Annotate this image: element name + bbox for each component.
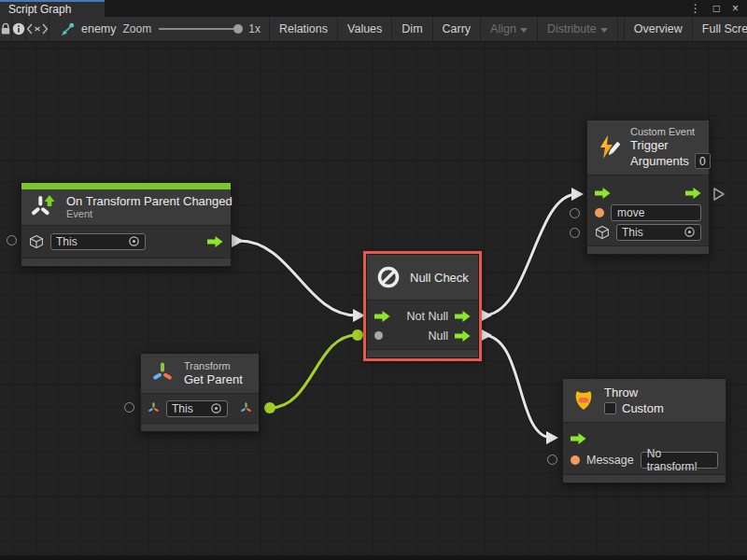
info-button[interactable] xyxy=(12,17,26,41)
node-title: Throw xyxy=(604,385,664,399)
window-bottom-edge xyxy=(0,555,747,560)
node-title: On Transform Parent Changed xyxy=(66,194,233,208)
object-picker-icon[interactable] xyxy=(684,226,696,238)
window-maximize-icon[interactable]: □ xyxy=(713,3,720,14)
object-picker-icon[interactable] xyxy=(210,402,222,414)
node-footer xyxy=(21,258,231,266)
wire-start-dot xyxy=(264,402,275,413)
event-name-value: move xyxy=(617,206,644,219)
wire-end-arrow xyxy=(571,188,584,201)
value-input-port[interactable] xyxy=(570,208,580,218)
graph-canvas[interactable]: On Transform Parent Changed Event This xyxy=(0,42,747,560)
message-field[interactable]: No transform! xyxy=(641,452,718,469)
node-footer xyxy=(563,474,726,483)
zoom-slider-track[interactable] xyxy=(159,28,241,30)
event-name-field[interactable]: move xyxy=(611,204,701,221)
null-label: Null xyxy=(428,329,448,343)
node-title: Trigger xyxy=(630,138,711,152)
object-picker-icon[interactable] xyxy=(128,235,140,247)
zoom-value: 1x xyxy=(248,22,261,35)
window-close-icon[interactable]: × xyxy=(732,3,739,14)
flow-output-port[interactable] xyxy=(712,187,726,205)
target-value: This xyxy=(56,235,78,248)
zoom-slider-handle[interactable] xyxy=(233,24,243,34)
tab-script-graph[interactable]: Script Graph xyxy=(0,0,105,17)
value-input-port[interactable] xyxy=(570,228,580,238)
wire-getparent-to-nullcheck[interactable] xyxy=(270,335,357,408)
carry-label: Carry xyxy=(443,22,472,35)
node-footer xyxy=(367,349,478,357)
node-footer xyxy=(587,245,709,254)
flow-output-port[interactable] xyxy=(455,330,471,342)
wire-end-arrow xyxy=(546,431,558,444)
flow-input-port[interactable] xyxy=(571,433,586,444)
zoom-label: Zoom xyxy=(123,22,152,35)
overview-button[interactable]: Overview xyxy=(624,17,693,41)
transform-changed-event-icon xyxy=(30,193,58,221)
graph-toolbar: enemy Zoom 1x Relations Values Dim Carry… xyxy=(0,17,747,42)
dim-button[interactable]: Dim xyxy=(392,17,432,41)
flow-output-port[interactable] xyxy=(455,311,471,322)
graph-info-segment: enemy Zoom 1x xyxy=(49,17,270,41)
dim-label: Dim xyxy=(402,22,422,35)
transform-icon[interactable] xyxy=(147,401,161,415)
node-title: Null Check xyxy=(410,271,469,285)
overview-label: Overview xyxy=(634,22,683,35)
arguments-count-field[interactable]: 0 xyxy=(695,153,711,169)
transform-icon xyxy=(149,360,176,386)
fullscreen-label: Full Screen xyxy=(702,22,747,35)
tab-bar: Script Graph ⋮ □ × xyxy=(0,0,747,17)
code-brackets-icon xyxy=(26,23,49,35)
lock-icon xyxy=(0,22,11,35)
flow-input-port[interactable] xyxy=(374,311,390,322)
info-icon xyxy=(12,22,25,35)
graph-name: enemy xyxy=(81,22,117,35)
code-preview-button[interactable] xyxy=(26,17,49,41)
node-trigger-custom-event[interactable]: Custom Event Trigger Arguments 0 xyxy=(586,119,710,255)
node-category: Transform xyxy=(184,360,243,372)
not-null-label: Not Null xyxy=(407,310,448,323)
fullscreen-button[interactable]: Full Screen xyxy=(693,17,747,41)
string-input-port[interactable] xyxy=(595,208,604,217)
node-category: Custom Event xyxy=(630,126,711,138)
event-target-dropdown[interactable]: This xyxy=(50,233,146,250)
wire-event-to-nullcheck[interactable] xyxy=(239,241,357,315)
getparent-target-dropdown[interactable]: This xyxy=(166,400,228,417)
relations-button[interactable]: Relations xyxy=(270,17,338,41)
wire-null-to-throw[interactable] xyxy=(483,335,552,438)
flow-input-port[interactable] xyxy=(595,188,611,199)
node-footer xyxy=(141,423,259,431)
zoom-slider[interactable] xyxy=(159,22,241,35)
align-button[interactable]: Align xyxy=(481,17,538,41)
target-value: This xyxy=(172,402,193,415)
wire-end-arrow xyxy=(353,309,365,322)
null-check-icon xyxy=(375,264,402,290)
zoom-control: Zoom 1x xyxy=(123,22,269,35)
values-button[interactable]: Values xyxy=(338,17,392,41)
node-title: Get Parent xyxy=(184,372,243,386)
transform-output-port[interactable] xyxy=(239,401,253,415)
node-get-parent[interactable]: Transform Get Parent This xyxy=(140,353,260,432)
lock-button[interactable] xyxy=(0,17,12,41)
wire-notnull-to-trigger[interactable] xyxy=(483,194,577,315)
flow-output-port[interactable] xyxy=(207,236,223,247)
message-label: Message xyxy=(586,454,634,467)
chevron-down-icon xyxy=(600,28,608,33)
distribute-button[interactable]: Distribute xyxy=(538,17,618,41)
window-menu-icon[interactable]: ⋮ xyxy=(690,3,701,14)
value-input-port[interactable] xyxy=(547,455,557,465)
cube-icon xyxy=(29,234,44,249)
wire-end-dot xyxy=(352,329,363,341)
carry-button[interactable]: Carry xyxy=(433,17,482,41)
custom-checkbox[interactable] xyxy=(604,402,616,414)
value-input-port[interactable] xyxy=(124,402,134,413)
node-throw[interactable]: Throw Custom Message No transform! xyxy=(562,378,726,483)
string-input-port[interactable] xyxy=(571,455,580,465)
flow-output-port[interactable] xyxy=(685,188,701,199)
trigger-target-dropdown[interactable]: This xyxy=(616,224,701,241)
node-null-check[interactable]: Null Check Not Null Null xyxy=(366,254,479,358)
message-value: No transform! xyxy=(647,447,712,473)
node-on-transform-parent-changed[interactable]: On Transform Parent Changed Event This xyxy=(21,182,232,267)
value-input-port[interactable] xyxy=(374,331,383,340)
value-input-port[interactable] xyxy=(7,235,17,245)
